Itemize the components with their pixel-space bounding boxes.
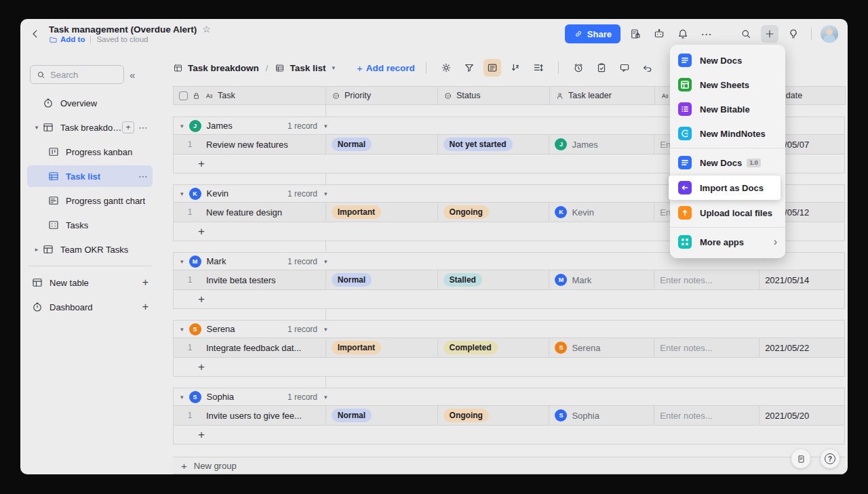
sidebar-search[interactable]	[30, 65, 124, 84]
collapse-caret-icon[interactable]: ▾	[180, 123, 184, 129]
collapse-sidebar-icon[interactable]: «	[130, 69, 134, 81]
view-selector[interactable]: Task list ▾	[275, 63, 335, 73]
cell-notes[interactable]: Enter notes...	[654, 270, 760, 289]
add-view-button[interactable]: +	[122, 121, 134, 133]
search-button[interactable]	[737, 25, 755, 43]
cell-task-leader[interactable]: MMark	[549, 270, 654, 289]
add-table-button[interactable]: +	[142, 276, 149, 289]
menu-item-new-mindnotes[interactable]: New MindNotes	[670, 121, 785, 146]
sidebar-item-team-okr[interactable]: ▸ Team OKR Tasks	[27, 239, 153, 260]
tips-button[interactable]	[785, 25, 802, 43]
add-row-button[interactable]: +	[173, 290, 845, 309]
menu-item-new-docs[interactable]: New Docs	[670, 48, 785, 73]
back-button[interactable]	[26, 23, 45, 45]
menu-item-upload-local-files[interactable]: Upload local files	[670, 201, 785, 225]
user-avatar[interactable]	[821, 25, 838, 43]
form-button[interactable]	[593, 59, 610, 77]
cell-priority[interactable]: Important	[326, 338, 438, 357]
help-button[interactable]: ?	[821, 449, 840, 468]
search-input[interactable]	[50, 70, 118, 80]
column-header-task[interactable]: Task	[174, 87, 326, 104]
add-row-button[interactable]: +	[173, 426, 845, 445]
group-menu-caret-icon[interactable]: ▾	[324, 394, 328, 400]
reminder-button[interactable]	[570, 59, 587, 77]
column-header-status[interactable]: Status	[438, 87, 550, 104]
table-breadcrumb[interactable]: Task breakdown	[173, 63, 259, 73]
create-new-button[interactable]	[761, 25, 778, 43]
cell-priority[interactable]: Normal	[326, 135, 438, 154]
cell-priority[interactable]: Normal	[326, 406, 438, 425]
record-detail-button[interactable]	[791, 449, 810, 468]
notifications-button[interactable]	[674, 25, 692, 43]
menu-item-new-docs-legacy[interactable]: New Docs 1.0	[670, 150, 785, 175]
add-record-button[interactable]: + Add record	[357, 62, 415, 74]
table-row[interactable]: 1Invite users to give fee... Normal Ongo…	[173, 405, 845, 426]
menu-item-import-as-docs[interactable]: Import as Docs	[669, 176, 781, 200]
cell-task[interactable]: 1New feature design	[174, 203, 326, 222]
cell-start-date[interactable]: 2021/05/20	[760, 406, 845, 425]
cell-notes[interactable]: Enter notes...	[654, 338, 760, 357]
cell-status[interactable]: Stalled	[438, 270, 550, 289]
sidebar-item-progress-gantt[interactable]: Progress gantt chart	[27, 190, 153, 211]
add-dashboard-button[interactable]: +	[142, 301, 149, 313]
caret-right-icon[interactable]: ▸	[31, 246, 42, 253]
group-header[interactable]: ▾ S Serena 1 record ▾	[173, 320, 845, 337]
cell-task[interactable]: 1Invite users to give fee...	[174, 406, 326, 425]
group-menu-caret-icon[interactable]: ▾	[324, 326, 328, 333]
collapse-caret-icon[interactable]: ▾	[180, 190, 184, 197]
table-row[interactable]: 1Integrate feedback dat... Important Com…	[173, 337, 845, 358]
caret-down-icon[interactable]: ▾	[31, 124, 42, 131]
cell-priority[interactable]: Important	[326, 203, 438, 222]
filter-button[interactable]	[460, 59, 478, 77]
automation-button[interactable]	[650, 25, 668, 43]
cell-status[interactable]: Ongoing	[438, 406, 550, 425]
menu-item-new-sheets[interactable]: New Sheets	[670, 73, 785, 97]
cell-task-leader[interactable]: SSerena	[549, 338, 654, 357]
collapse-caret-icon[interactable]: ▾	[180, 394, 184, 400]
select-all-checkbox[interactable]	[179, 91, 188, 100]
cell-task[interactable]: 1Integrate feedback dat...	[174, 338, 326, 357]
cell-priority[interactable]: Normal	[326, 270, 438, 289]
menu-item-new-bitable[interactable]: New Bitable	[670, 97, 785, 121]
table-row[interactable]: 1Invite beta testers Normal Stalled MMar…	[173, 270, 845, 290]
group-view-button[interactable]	[484, 59, 501, 77]
menu-item-more-apps[interactable]: More apps ›	[670, 230, 785, 254]
star-icon[interactable]: ☆	[202, 24, 211, 34]
new-group-button[interactable]: + New group	[173, 457, 845, 474]
group-menu-caret-icon[interactable]: ▾	[324, 123, 328, 129]
sidebar-item-new-table[interactable]: New table +	[27, 272, 153, 293]
sidebar-item-overview[interactable]: Overview	[27, 92, 153, 114]
cell-task-leader[interactable]: KKevin	[549, 203, 654, 222]
cell-start-date[interactable]: 2021/05/22	[760, 338, 845, 357]
column-header-priority[interactable]: Priority	[326, 87, 438, 104]
cell-task[interactable]: 1Invite beta testers	[174, 270, 326, 289]
cell-status[interactable]: Completed	[438, 338, 550, 357]
cell-notes[interactable]: Enter notes...	[654, 406, 760, 425]
comment-button[interactable]	[616, 59, 633, 77]
sidebar-item-tasks[interactable]: Tasks	[27, 214, 153, 236]
column-header-task-leader[interactable]: Task leader	[550, 87, 655, 104]
cell-status[interactable]: Ongoing	[438, 203, 550, 222]
cell-task-leader[interactable]: JJames	[549, 135, 654, 154]
cell-task-leader[interactable]: SSophia	[549, 406, 654, 425]
sidebar-item-progress-kanban[interactable]: Progress kanban	[27, 141, 153, 163]
sort-button[interactable]	[507, 59, 524, 77]
collapse-caret-icon[interactable]: ▾	[180, 258, 184, 265]
field-settings-button[interactable]	[437, 59, 455, 77]
form-permissions-button[interactable]	[627, 25, 644, 43]
undo-button[interactable]	[639, 59, 656, 77]
cell-start-date[interactable]: 2021/05/14	[760, 270, 845, 289]
group-menu-caret-icon[interactable]: ▾	[324, 258, 328, 265]
add-row-button[interactable]: +	[173, 358, 845, 377]
cell-status[interactable]: Not yet started	[438, 135, 550, 154]
row-height-button[interactable]	[530, 59, 547, 77]
add-to-button[interactable]: Add to	[49, 35, 85, 44]
sidebar-item-task-list[interactable]: Task list ⋯	[27, 165, 153, 187]
sidebar-item-dashboard[interactable]: Dashboard +	[27, 296, 153, 318]
group-menu-caret-icon[interactable]: ▾	[324, 190, 328, 197]
share-button[interactable]: Share	[565, 24, 620, 43]
group-header[interactable]: ▾ S Sophia 1 record ▾	[173, 388, 845, 405]
more-icon[interactable]: ⋯	[138, 122, 149, 133]
sidebar-item-task-breakdown[interactable]: ▾ Task breakdown + ⋯	[27, 117, 153, 138]
collapse-caret-icon[interactable]: ▾	[180, 326, 184, 333]
